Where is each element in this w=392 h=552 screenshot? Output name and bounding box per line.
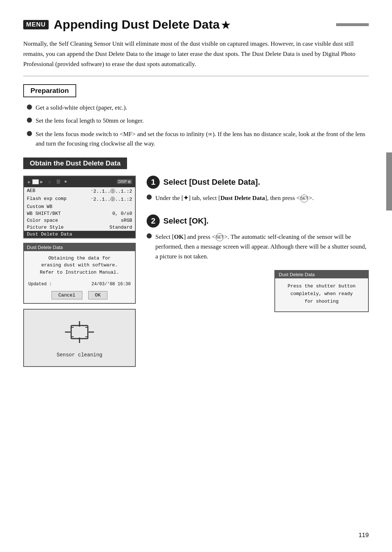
preparation-section: Preparation Get a solid-white object (pa… (23, 84, 369, 148)
list-item: Get a solid-white object (paper, etc.). (27, 103, 369, 113)
step1-heading: Select [Dust Delete Data]. (163, 177, 260, 187)
obtain-header: Obtain the Dust Delete Data (23, 158, 127, 169)
cam-row-colorspace: Color space sRGB (24, 217, 135, 224)
dust-delete-dialog: Dust Delete Data Obtaining the data for … (23, 243, 136, 304)
tab-icon-5: ☰ (56, 179, 63, 185)
right-column: 1 Select [Dust Delete Data]. Under the [… (147, 176, 369, 312)
left-column: ✦ ▶ ☆ ☰ ● DISP ⊞ AEB ⁻2..1..⓪..1.:2 Flas… (23, 176, 136, 369)
cam-row-picturestyle: Picture Style Standard (24, 224, 135, 231)
step2-text: Select [OK] and press <SET>. The automat… (155, 232, 369, 262)
title-line (336, 23, 369, 26)
dialog-body-line1: Obtaining the data for (28, 255, 131, 262)
bullet-dot (27, 118, 32, 123)
shutter-dialog-body: Press the shutter button completely, whe… (275, 278, 368, 311)
list-item: Set the lens focal length to 50mm or lon… (27, 116, 369, 126)
bullet-text-2: Set the lens focal length to 50mm or lon… (36, 116, 144, 126)
shutter-body-line1: Press the shutter button (279, 283, 364, 290)
step1-title: 1 Select [Dust Delete Data]. (147, 176, 369, 189)
preparation-list: Get a solid-white object (paper, etc.). … (27, 103, 369, 148)
accent-bar (386, 152, 392, 210)
updated-value: 24/03/'08 16:30 (91, 282, 131, 287)
shutter-body-line3: for shooting (279, 298, 364, 306)
tab-icon-4: ☆ (48, 179, 55, 185)
cam-row-aeb: AEB ⁻2..1..⓪..1.:2 (24, 187, 135, 195)
set-button-icon-2: SET (216, 233, 224, 241)
bullet-dot (27, 105, 32, 110)
step2-heading: Select [OK]. (163, 216, 209, 226)
menu-badge: MENU (23, 20, 49, 29)
bullet-dot (147, 233, 152, 238)
tab-icon-1: ✦ (27, 178, 31, 186)
step1-text: Under the [✦] tab, select [Dust Delete D… (155, 193, 314, 203)
title-star: ★ (221, 20, 230, 31)
sensor-cleaning-icon (63, 319, 96, 348)
shutter-dialog: Dust Delete Data Press the shutter butto… (274, 270, 369, 312)
sensor-svg (63, 319, 96, 345)
step2-title: 2 Select [OK]. (147, 214, 369, 228)
page-number: 119 (359, 532, 369, 539)
camera-menu-screen: ✦ ▶ ☆ ☰ ● DISP ⊞ AEB ⁻2..1..⓪..1.:2 Flas… (23, 176, 136, 238)
bullet-text-3: Set the lens focus mode switch to <MF> a… (36, 130, 369, 149)
dialog-buttons: Cancel OK (24, 289, 135, 303)
set-button-icon: SET (300, 195, 308, 203)
title-text: Appending Dust Delete Data (54, 17, 220, 31)
bullet-text-1: Get a solid-white object (paper, etc.). (36, 103, 127, 113)
shutter-dialog-title: Dust Delete Data (275, 271, 368, 278)
intro-text: Normally, the Self Cleaning Sensor Unit … (23, 39, 369, 69)
obtain-section: Obtain the Dust Delete Data ✦ ▶ ☆ ☰ ● DI… (23, 158, 369, 369)
cam-row-flash: Flash exp comp ⁻2..1..⓪..1.:2 (24, 195, 135, 203)
step1-bullet: Under the [✦] tab, select [Dust Delete D… (147, 193, 369, 203)
step2-bullet: Select [OK] and press <SET>. The automat… (147, 232, 369, 262)
divider (23, 76, 369, 76)
disp-label: DISP ⊞ (117, 179, 132, 184)
dialog-updated: Updated : 24/03/'08 16:30 (24, 279, 135, 289)
cam-row-wbshift: WB SHIFT/BKT 0, 0/±0 (24, 210, 135, 217)
tab-active (32, 179, 39, 184)
dialog-body-line2: erasing dust with software. (28, 262, 131, 269)
sensor-cleaning-box: Sensor cleaning (23, 309, 136, 367)
list-item: Set the lens focus mode switch to <MF> a… (27, 130, 369, 149)
title-row: MENU Appending Dust Delete Data★ (23, 17, 369, 32)
bullet-dot (27, 131, 32, 136)
tab-icon-3: ▶ (40, 179, 47, 185)
shutter-body-line2: completely, when ready (279, 290, 364, 298)
tab-icon-6: ● (64, 179, 71, 184)
preparation-header: Preparation (23, 84, 76, 97)
two-column-layout: ✦ ▶ ☆ ☰ ● DISP ⊞ AEB ⁻2..1..⓪..1.:2 Flas… (23, 176, 369, 369)
ok-button[interactable]: OK (88, 291, 108, 299)
cam-row-cwb: Custom WB (24, 203, 135, 210)
dialog-title: Dust Delete Data (24, 244, 135, 251)
sensor-cleaning-label: Sensor cleaning (57, 352, 102, 358)
cam-row-dustdelete: Dust Delete Data (24, 231, 135, 238)
step1: 1 Select [Dust Delete Data]. Under the [… (147, 176, 369, 203)
step2: 2 Select [OK]. Select [OK] and press <SE… (147, 214, 369, 312)
bullet-dot (147, 195, 152, 200)
cancel-button[interactable]: Cancel (52, 291, 82, 299)
dialog-body: Obtaining the data for erasing dust with… (24, 251, 135, 280)
cam-header: ✦ ▶ ☆ ☰ ● DISP ⊞ (24, 176, 135, 187)
step2-number: 2 (147, 214, 160, 228)
step1-number: 1 (147, 176, 160, 189)
dialog-body-line3: Refer to Instruction Manual. (28, 269, 131, 276)
page-title: Appending Dust Delete Data★ (54, 17, 327, 32)
updated-label: Updated : (28, 282, 52, 287)
